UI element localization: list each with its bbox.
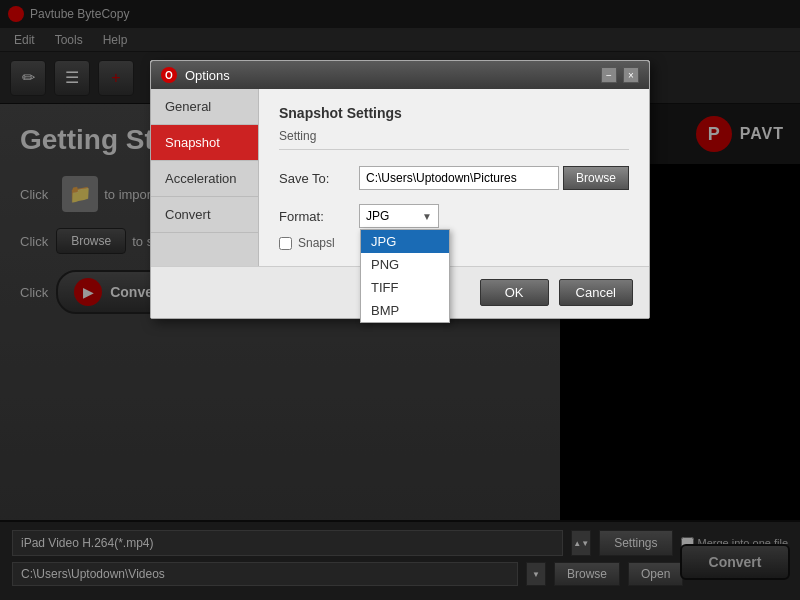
modal-close-button[interactable]: × — [623, 67, 639, 83]
save-to-input[interactable] — [359, 166, 559, 190]
dropdown-png[interactable]: PNG — [361, 253, 449, 276]
nav-general[interactable]: General — [151, 89, 258, 125]
format-row: Format: JPG ▼ JPG PNG TIFF BMP — [279, 204, 629, 228]
dropdown-jpg[interactable]: JPG — [361, 230, 449, 253]
modal-cancel-button[interactable]: Cancel — [559, 279, 633, 306]
format-dropdown: JPG PNG TIFF BMP — [360, 229, 450, 323]
format-label: Format: — [279, 209, 359, 224]
app-window: Pavtube ByteCopy Edit Tools Help ✏ ☰ + G… — [0, 0, 800, 600]
options-modal: O Options − × General Snapshot — [150, 60, 650, 319]
snapshot-check-label: Snapsl — [298, 236, 335, 250]
save-to-row: Save To: Browse — [279, 166, 629, 190]
nav-snapshot[interactable]: Snapshot — [151, 125, 258, 161]
format-dropdown-arrow-icon: ▼ — [422, 211, 432, 222]
save-to-label: Save To: — [279, 171, 359, 186]
modal-ok-button[interactable]: OK — [480, 279, 549, 306]
modal-minimize-button[interactable]: − — [601, 67, 617, 83]
nav-acceleration[interactable]: Acceleration — [151, 161, 258, 197]
format-selected-value: JPG — [366, 209, 389, 223]
format-display[interactable]: JPG ▼ JPG PNG TIFF BMP — [359, 204, 439, 228]
modal-body: General Snapshot Acceleration Convert Sn… — [151, 89, 649, 266]
modal-title-controls: − × — [601, 67, 639, 83]
modal-title: Options — [185, 68, 601, 83]
modal-overlay: O Options − × General Snapshot — [0, 0, 800, 600]
dropdown-bmp[interactable]: BMP — [361, 299, 449, 322]
snapshot-check-row: Snapsl — [279, 236, 629, 250]
modal-title-bar: O Options − × — [151, 61, 649, 89]
modal-nav: General Snapshot Acceleration Convert — [151, 89, 259, 266]
modal-browse-button[interactable]: Browse — [563, 166, 629, 190]
section-subtitle: Setting — [279, 129, 629, 150]
nav-convert[interactable]: Convert — [151, 197, 258, 233]
section-title: Snapshot Settings — [279, 105, 629, 121]
dropdown-tiff[interactable]: TIFF — [361, 276, 449, 299]
modal-content: Snapshot Settings Setting Save To: Brows… — [259, 89, 649, 266]
modal-icon: O — [161, 67, 177, 83]
snapshot-checkbox[interactable] — [279, 237, 292, 250]
